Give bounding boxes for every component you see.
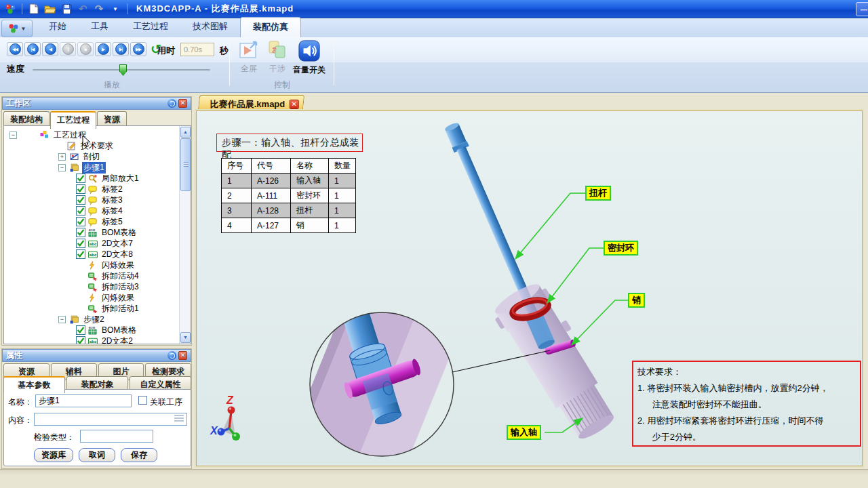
bom-header-row: 序号代号名称数量	[222, 159, 356, 174]
checkbox-checked-icon[interactable]	[76, 195, 85, 205]
checkbox-checked-icon[interactable]	[76, 239, 85, 248]
ribbon-tab-工艺过程[interactable]: 工艺过程	[121, 17, 180, 37]
skip-to-end-button[interactable]: ▶▶	[130, 42, 146, 56]
tree-item-BOM表格[interactable]: BOMBOM表格	[4, 227, 191, 238]
name-input[interactable]	[35, 394, 132, 407]
tree-item-闪烁效果[interactable]: 闪烁效果	[4, 292, 191, 303]
ribbon-tab-工具[interactable]: 工具	[79, 17, 121, 37]
ribbon-toolbar: ◀◀|◀◀∥■▶▶|▶▶↻ 用时 秒 速度 播放 全屏 干涉	[0, 37, 868, 93]
content-expand-icon[interactable]	[174, 415, 184, 423]
bom-row: 4A-127销1	[222, 218, 356, 233]
tree-item-局部放大1[interactable]: 局部放大1	[4, 173, 191, 184]
tree-scrollbar[interactable]: ▲ ▼	[179, 126, 191, 344]
skip-to-start-button[interactable]: ◀◀	[7, 42, 23, 56]
new-document-icon[interactable]	[27, 2, 41, 16]
properties-tab-基本参数[interactable]: 基本参数	[3, 376, 65, 393]
tree-item-步骤1[interactable]: −步骤1	[4, 162, 191, 173]
tree-item-label: 闪烁效果	[100, 292, 136, 304]
tree-expander-icon[interactable]: −	[58, 164, 66, 171]
application-menu-button[interactable]: ▼	[1, 20, 33, 37]
undo-icon[interactable]: ↶	[76, 2, 90, 16]
ribbon-tab-装配仿真[interactable]: 装配仿真	[240, 17, 301, 37]
tree-item-标签5[interactable]: 标签5	[4, 216, 191, 227]
ribbon-tab-开始[interactable]: 开始	[37, 17, 79, 37]
workspace-tab-工艺过程[interactable]: 工艺过程	[50, 111, 96, 129]
step-backward-button[interactable]: |◀	[24, 42, 41, 56]
tree-item-label: 闪烁效果	[100, 260, 136, 271]
tree-item-拆卸活动1[interactable]: 拆卸活动1	[4, 303, 191, 314]
content-input[interactable]	[34, 413, 187, 426]
scroll-up-icon[interactable]: ▲	[180, 127, 191, 138]
minimize-button[interactable]: —	[856, 2, 868, 16]
step-forward-button[interactable]: ▶|	[113, 42, 129, 56]
status-strip	[0, 469, 868, 488]
tree-item-拆卸活动4[interactable]: 拆卸活动4	[4, 270, 191, 281]
text2d-icon: abc	[88, 337, 98, 345]
ribbon-tab-技术图解[interactable]: 技术图解	[180, 17, 240, 37]
pick-word-button[interactable]: 取词	[79, 448, 115, 462]
checkbox-checked-icon[interactable]	[76, 174, 85, 183]
tree-expander-icon[interactable]: +	[58, 153, 66, 161]
stop-button: ■	[77, 42, 94, 56]
document-close-icon[interactable]: ✕	[289, 100, 298, 109]
tree-item-2D文本8[interactable]: abc2D文本8	[4, 249, 191, 260]
tree-item-步骤2[interactable]: −步骤2	[4, 314, 191, 325]
flash-icon	[88, 261, 98, 270]
tree-expander-icon[interactable]: −	[9, 131, 17, 139]
tree-item-标签3[interactable]: 标签3	[4, 195, 191, 205]
tree-item-label: 2D文本8	[100, 249, 134, 260]
label-icon	[88, 207, 98, 216]
scroll-down-icon[interactable]: ▼	[180, 332, 191, 343]
panel-close-icon[interactable]: ✕	[178, 99, 187, 108]
quickbar-dropdown-icon[interactable]: ▼	[108, 2, 122, 16]
label-icon	[88, 196, 98, 205]
speed-slider-thumb[interactable]	[119, 64, 127, 76]
check-type-input[interactable]	[80, 430, 153, 443]
3d-viewport[interactable]: Z X 步骤一：输入轴、扭杆分总成装配 序号代号名称数量1A-126输入轴12A…	[196, 110, 863, 466]
elapsed-time-field[interactable]	[180, 43, 214, 56]
tree-item-闪烁效果[interactable]: 闪烁效果	[4, 260, 191, 270]
redo-icon[interactable]: ↷	[92, 2, 106, 16]
panel-pin-icon[interactable]	[167, 99, 176, 108]
document-tab[interactable]: 比赛作品展.kmapd ✕	[198, 95, 304, 110]
tree-item-标签4[interactable]: 标签4	[4, 205, 191, 216]
panel-pin-icon[interactable]	[167, 351, 176, 360]
tree-expander-icon[interactable]: −	[58, 316, 66, 323]
tree-item-BOM表格[interactable]: BOMBOM表格	[4, 325, 191, 336]
tree-item-label: 标签2	[100, 184, 124, 195]
tree-item-技术要求[interactable]: 技术要求	[4, 140, 191, 151]
checkbox-checked-icon[interactable]	[76, 249, 85, 259]
play-backward-button[interactable]: ◀	[42, 42, 58, 56]
bom-icon: BOM	[88, 228, 98, 237]
save-icon[interactable]	[60, 2, 73, 16]
save-button[interactable]: 保存	[121, 448, 157, 462]
panel-close-icon[interactable]: ✕	[178, 351, 187, 360]
checkbox-checked-icon[interactable]	[76, 228, 85, 237]
speed-slider[interactable]	[33, 69, 210, 71]
tree-item-2D文本2[interactable]: abc2D文本2	[4, 336, 191, 344]
tree-item-label: 2D文本7	[100, 238, 134, 249]
text2d-icon: abc	[88, 250, 98, 259]
tree-item-工艺过程[interactable]: −工艺过程	[4, 129, 191, 140]
play-forward-button[interactable]: ▶	[95, 42, 111, 56]
tree-item-拆卸活动3[interactable]: 拆卸活动3	[4, 281, 191, 292]
key-process-checkbox[interactable]	[138, 396, 147, 405]
checkbox-checked-icon[interactable]	[76, 184, 85, 194]
tree-item-剖切[interactable]: +剖切	[4, 151, 191, 162]
checkbox-checked-icon[interactable]	[76, 206, 85, 216]
checkbox-checked-icon[interactable]	[76, 325, 85, 335]
resource-library-button[interactable]: 资源库	[34, 448, 73, 462]
leader-pin	[572, 300, 629, 345]
zoom-detail-icon	[88, 174, 98, 183]
checkbox-checked-icon[interactable]	[76, 336, 85, 344]
tree-item-标签2[interactable]: 标签2	[4, 184, 191, 195]
volume-toggle-button[interactable]: 音量开关	[290, 40, 328, 76]
open-file-icon[interactable]	[43, 2, 57, 16]
z-axis-label: Z	[226, 394, 234, 406]
chevron-down-icon: ▼	[21, 26, 26, 32]
tree-item-2D文本7[interactable]: abc2D文本7	[4, 238, 191, 249]
leader-torsion-bar	[515, 193, 587, 259]
scrollbar-thumb[interactable]	[180, 138, 191, 191]
checkbox-checked-icon[interactable]	[76, 217, 85, 226]
flash-icon	[88, 293, 98, 302]
